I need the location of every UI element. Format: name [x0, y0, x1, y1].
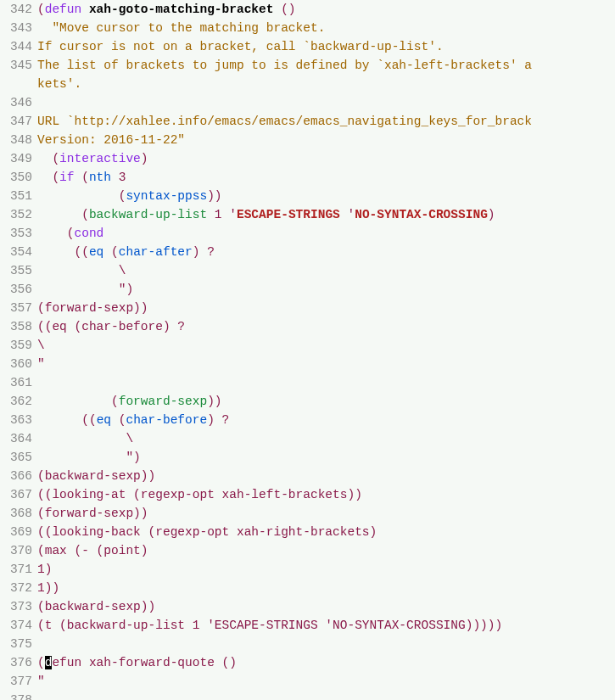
code-line[interactable]: Version: 2016-11-22" — [37, 131, 615, 149]
code-line[interactable] — [37, 373, 615, 392]
code-token: ((looking-back (regexp-opt xah-right-bra… — [37, 525, 377, 539]
code-line[interactable] — [37, 691, 615, 700]
code-token: The list of brackets to jump to is defin… — [37, 59, 532, 72]
code-token: ) ? — [207, 413, 229, 427]
code-line[interactable]: (t (backward-up-list 1 'ESCAPE-STRINGS '… — [37, 616, 615, 635]
code-line[interactable]: URL `http://xahlee.info/emacs/emacs/emac… — [37, 112, 615, 131]
code-token — [37, 21, 52, 35]
code-line[interactable] — [37, 635, 615, 653]
code-line[interactable]: (forward-sexp)) — [37, 299, 615, 317]
code-line[interactable]: ((eq (char-before) ? — [37, 411, 615, 429]
line-number: 344 — [3, 37, 32, 56]
code-token: (( — [37, 245, 89, 259]
code-token: ESCAPE-STRINGS — [237, 208, 340, 221]
code-token: ") — [37, 283, 133, 296]
code-token: " — [37, 357, 45, 371]
code-line[interactable]: (backward-sexp)) — [37, 467, 615, 485]
code-line[interactable] — [37, 93, 615, 112]
line-number: 369 — [3, 523, 32, 541]
code-token: forward-sexp — [119, 395, 207, 408]
code-line[interactable]: (backward-up-list 1 'ESCAPE-STRINGS 'NO-… — [37, 205, 615, 224]
code-token: ( — [37, 395, 119, 408]
line-number: 370 — [3, 541, 32, 560]
code-token: NO-SYNTAX-CROSSING — [355, 208, 488, 221]
code-token: (backward-sexp)) — [37, 600, 155, 613]
line-number: 345 — [3, 56, 32, 75]
code-line[interactable]: If cursor is not on a bracket, call `bac… — [37, 37, 615, 56]
code-line[interactable]: (if (nth 3 — [37, 168, 615, 187]
code-line[interactable]: " — [37, 672, 615, 691]
code-token: (t (backward-up-list 1 'ESCAPE-STRINGS '… — [37, 619, 502, 632]
code-token: 1)) — [37, 581, 59, 595]
code-line[interactable]: \ — [37, 336, 615, 355]
code-token — [81, 3, 89, 16]
code-token: \ — [37, 339, 45, 352]
code-line[interactable]: (forward-sexp)) — [37, 392, 615, 411]
code-token: interactive — [59, 152, 141, 165]
code-line[interactable]: (defun xah-goto-matching-bracket () — [37, 0, 615, 19]
code-line[interactable]: ((looking-at (regexp-opt xah-left-bracke… — [37, 485, 615, 504]
line-number: 360 — [3, 355, 32, 373]
code-line[interactable]: ") — [37, 448, 615, 467]
line-number: 342 — [3, 0, 32, 19]
code-line[interactable]: ((eq (char-after) ? — [37, 243, 615, 261]
code-line[interactable]: ((looking-back (regexp-opt xah-right-bra… — [37, 523, 615, 541]
code-token: 1 ' — [207, 208, 237, 221]
code-token: ( — [37, 3, 45, 16]
code-line[interactable]: (forward-sexp)) — [37, 504, 615, 523]
code-line[interactable]: The list of brackets to jump to is defin… — [37, 56, 615, 75]
code-editor[interactable]: 3423433443453463473483493503513523533543… — [0, 0, 615, 700]
code-line[interactable]: 1) — [37, 560, 615, 579]
line-number: 364 — [3, 429, 32, 448]
code-line[interactable]: ((eq (char-before) ? — [37, 317, 615, 336]
code-token: \ — [37, 264, 126, 277]
code-token: ) — [488, 208, 495, 221]
line-number: 378 — [3, 691, 32, 700]
code-line[interactable]: " — [37, 355, 615, 373]
code-line[interactable]: \ — [37, 261, 615, 280]
code-token: kets'. — [37, 77, 81, 91]
line-number: 373 — [3, 597, 32, 616]
line-number: 350 — [3, 168, 32, 187]
line-number: 343 — [3, 19, 32, 37]
code-line[interactable]: 1)) — [37, 579, 615, 597]
code-line[interactable]: (max (- (point) — [37, 541, 615, 560]
code-line[interactable]: (syntax-ppss)) — [37, 187, 615, 205]
code-token: ( — [37, 152, 59, 165]
code-token: backward-up-list — [89, 208, 207, 221]
line-number: 377 — [3, 672, 32, 691]
code-token: () — [273, 3, 295, 16]
code-token: ) ? — [193, 245, 215, 259]
code-line[interactable]: "Move cursor to the matching bracket. — [37, 19, 615, 37]
code-token: ((looking-at (regexp-opt xah-left-bracke… — [37, 488, 362, 501]
code-token: ( — [103, 245, 118, 259]
code-line[interactable]: (cond — [37, 224, 615, 243]
code-line[interactable]: (interactive) — [37, 149, 615, 168]
line-number: 356 — [3, 280, 32, 299]
line-number: 359 — [3, 336, 32, 355]
code-line[interactable]: kets'. — [37, 75, 615, 93]
code-token: ( — [37, 656, 45, 669]
code-token: (backward-sexp)) — [37, 469, 155, 483]
code-line[interactable]: (backward-sexp)) — [37, 597, 615, 616]
code-line[interactable]: ") — [37, 280, 615, 299]
line-number — [3, 75, 32, 93]
code-token: (max (- (point) — [37, 544, 148, 557]
line-number: 358 — [3, 317, 32, 336]
line-number: 368 — [3, 504, 32, 523]
line-number: 372 — [3, 579, 32, 597]
line-number: 351 — [3, 187, 32, 205]
line-number: 353 — [3, 224, 32, 243]
code-token: defun — [45, 3, 82, 16]
code-area[interactable]: (defun xah-goto-matching-bracket () "Mov… — [37, 0, 615, 700]
line-number: 362 — [3, 392, 32, 411]
line-number: 374 — [3, 616, 32, 635]
code-token: efun xah-forward-quote () — [52, 656, 237, 669]
code-line[interactable]: \ — [37, 429, 615, 448]
code-token: ") — [37, 451, 141, 464]
line-number: 376 — [3, 653, 32, 672]
code-token: ( — [37, 227, 75, 240]
code-line[interactable]: (defun xah-forward-quote () — [37, 653, 615, 672]
code-token: ) — [141, 152, 148, 165]
line-number: 357 — [3, 299, 32, 317]
